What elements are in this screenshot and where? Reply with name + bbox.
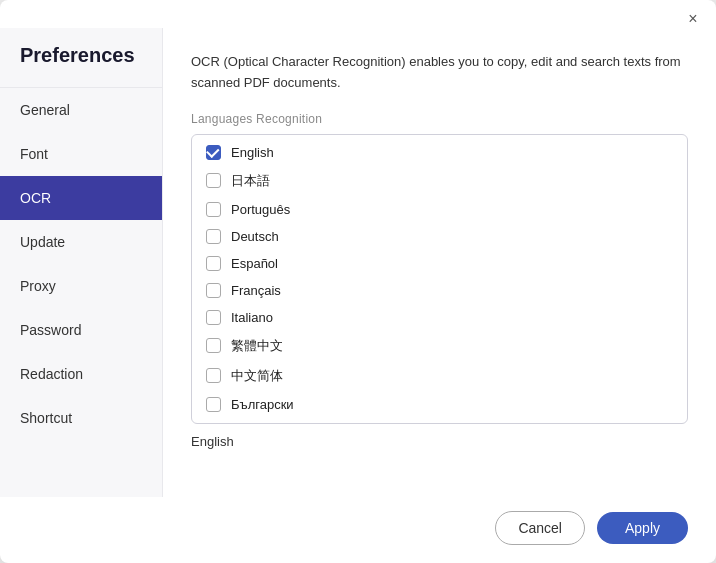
language-item-francais[interactable]: Français xyxy=(192,277,687,304)
language-label-chinese-simp: 中文简体 xyxy=(231,367,283,385)
language-label-chinese-trad: 繁體中文 xyxy=(231,337,283,355)
language-label-italiano: Italiano xyxy=(231,310,273,325)
language-item-italiano[interactable]: Italiano xyxy=(192,304,687,331)
languages-section-label: Languages Recognition xyxy=(191,112,688,126)
language-item-chinese-simp[interactable]: 中文简体 xyxy=(192,361,687,391)
languages-scroll[interactable]: English日本語PortuguêsDeutschEspañolFrançai… xyxy=(192,135,687,423)
language-label-portuguese: Português xyxy=(231,202,290,217)
language-checkbox-deutsch[interactable] xyxy=(206,229,221,244)
language-item-deutsch[interactable]: Deutsch xyxy=(192,223,687,250)
sidebar-item-proxy[interactable]: Proxy xyxy=(0,264,162,308)
language-label-espanol: Español xyxy=(231,256,278,271)
language-checkbox-francais[interactable] xyxy=(206,283,221,298)
language-checkbox-chinese-simp[interactable] xyxy=(206,368,221,383)
sidebar-item-shortcut[interactable]: Shortcut xyxy=(0,396,162,440)
language-checkbox-espanol[interactable] xyxy=(206,256,221,271)
sidebar-item-password[interactable]: Password xyxy=(0,308,162,352)
preferences-dialog: × Preferences General Font OCR Update Pr… xyxy=(0,0,716,563)
apply-button[interactable]: Apply xyxy=(597,512,688,544)
language-checkbox-english[interactable] xyxy=(206,145,221,160)
language-item-espanol[interactable]: Español xyxy=(192,250,687,277)
language-checkbox-japanese[interactable] xyxy=(206,173,221,188)
language-item-chinese-trad[interactable]: 繁體中文 xyxy=(192,331,687,361)
languages-box: English日本語PortuguêsDeutschEspañolFrançai… xyxy=(191,134,688,424)
language-item-bulgarian[interactable]: Български xyxy=(192,391,687,418)
language-label-francais: Français xyxy=(231,283,281,298)
sidebar: Preferences General Font OCR Update Prox… xyxy=(0,28,163,497)
close-button[interactable]: × xyxy=(684,10,702,28)
content-area: Preferences General Font OCR Update Prox… xyxy=(0,28,716,497)
ocr-description: OCR (Optical Character Recognition) enab… xyxy=(191,52,688,94)
main-content: OCR (Optical Character Recognition) enab… xyxy=(163,28,716,497)
language-label-deutsch: Deutsch xyxy=(231,229,279,244)
title-bar: × xyxy=(0,0,716,28)
cancel-button[interactable]: Cancel xyxy=(495,511,585,545)
language-item-japanese[interactable]: 日本語 xyxy=(192,166,687,196)
language-checkbox-chinese-trad[interactable] xyxy=(206,338,221,353)
sidebar-item-redaction[interactable]: Redaction xyxy=(0,352,162,396)
selected-language: English xyxy=(191,424,688,449)
language-item-catala[interactable]: Català xyxy=(192,418,687,423)
footer: Cancel Apply xyxy=(0,497,716,563)
sidebar-title: Preferences xyxy=(0,28,162,88)
sidebar-item-update[interactable]: Update xyxy=(0,220,162,264)
language-label-bulgarian: Български xyxy=(231,397,294,412)
language-checkbox-portuguese[interactable] xyxy=(206,202,221,217)
language-item-english[interactable]: English xyxy=(192,139,687,166)
language-label-japanese: 日本語 xyxy=(231,172,270,190)
sidebar-item-ocr[interactable]: OCR xyxy=(0,176,162,220)
language-checkbox-italiano[interactable] xyxy=(206,310,221,325)
language-item-portuguese[interactable]: Português xyxy=(192,196,687,223)
language-checkbox-bulgarian[interactable] xyxy=(206,397,221,412)
language-label-english: English xyxy=(231,145,274,160)
sidebar-item-font[interactable]: Font xyxy=(0,132,162,176)
sidebar-item-general[interactable]: General xyxy=(0,88,162,132)
